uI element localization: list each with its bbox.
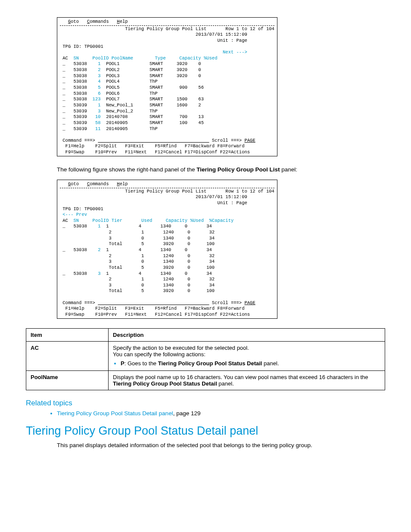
related-link[interactable]: Tiering Policy Group Pool Status Detail …	[57, 410, 173, 417]
related-item: Tiering Policy Group Pool Status Detail …	[57, 410, 385, 417]
intro-text-1: The following figure shows the right-han…	[57, 166, 385, 174]
row-ac: AC Specify the action to be executed for…	[26, 341, 385, 370]
cell-pn-desc: Displays the pool name up to 16 characte…	[109, 370, 385, 390]
ac-bullet: P: Goes to the Tiering Policy Group Pool…	[121, 360, 380, 367]
ac-mid: : Goes to the	[125, 360, 158, 367]
th-desc: Description	[109, 328, 385, 341]
cell-ac-item: AC	[26, 341, 109, 370]
related-heading: Related topics	[26, 399, 385, 408]
pn-p1: Displays the pool name up to 16 characte…	[113, 374, 368, 380]
ac-b2: Tiering Policy Group Pool Status Detail	[158, 360, 262, 367]
pn-bold: Tiering Policy Group Pool Status Detail	[113, 380, 217, 387]
related-tail: , page 129	[173, 410, 201, 417]
th-item: Item	[26, 328, 109, 341]
section-body: This panel displays detailed information…	[57, 442, 385, 448]
ac-para: Specify the action to be executed for th…	[113, 345, 380, 358]
pn-p2: panel.	[217, 380, 234, 387]
intro-bold: Tiering Policy Group Pool List	[196, 166, 280, 173]
intro-before: The following figure shows the right-han…	[57, 166, 196, 173]
description-table: Item Description AC Specify the action t…	[26, 328, 385, 390]
intro-after: panel:	[280, 166, 297, 173]
cell-pn-item: PoolName	[26, 370, 109, 390]
ac-tail: panel.	[262, 360, 279, 367]
terminal-panel-1: Goto Commands Help Tiering Policy Group …	[57, 17, 277, 156]
terminal-panel-2: Goto Commands Help Tiering Policy Group …	[57, 180, 277, 319]
cell-ac-desc: Specify the action to be executed for th…	[109, 341, 385, 370]
section-heading: Tiering Policy Group Pool Status Detail …	[26, 424, 385, 438]
row-poolname: PoolName Displays the pool name up to 16…	[26, 370, 385, 390]
ac-b1: P	[121, 360, 125, 367]
